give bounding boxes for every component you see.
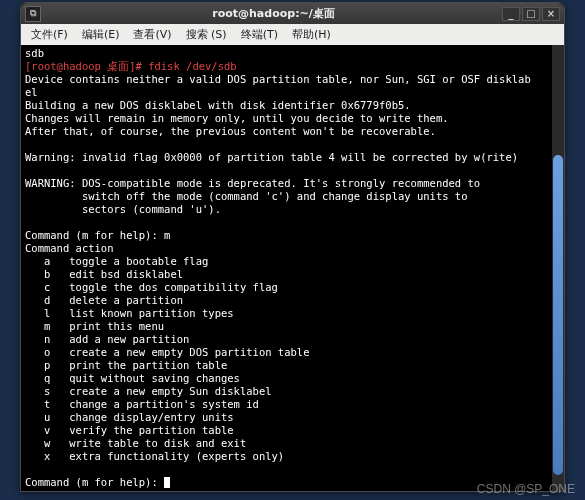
out-line: WARNING: DOS-compatible mode is deprecat… <box>25 177 480 189</box>
close-button[interactable]: × <box>542 7 560 21</box>
out-line: Command action <box>25 242 114 254</box>
minimize-button[interactable]: _ <box>502 7 520 21</box>
out-line: el <box>25 86 38 98</box>
out-line: q quit without saving changes <box>25 372 240 384</box>
out-line: m print this menu <box>25 320 164 332</box>
out-line: d delete a partition <box>25 294 183 306</box>
out-line: Warning: invalid flag 0x0000 of partitio… <box>25 151 518 163</box>
out-line: sdb <box>25 47 44 59</box>
maximize-button[interactable]: □ <box>522 7 540 21</box>
out-line: c toggle the dos compatibility flag <box>25 281 278 293</box>
out-line: a toggle a bootable flag <box>25 255 208 267</box>
scroll-thumb[interactable] <box>553 155 563 475</box>
out-line: Changes will remain in memory only, unti… <box>25 112 449 124</box>
out-line: b edit bsd disklabel <box>25 268 183 280</box>
app-icon: ⧉ <box>25 6 41 22</box>
titlebar: ⧉ root@hadoop:~/桌面 _ □ × <box>21 3 564 24</box>
watermark: CSDN @SP_ONE <box>477 482 575 496</box>
out-line: x extra functionality (experts only) <box>25 450 284 462</box>
menu-help[interactable]: 帮助(H) <box>286 25 337 44</box>
out-line: sectors (command 'u'). <box>25 203 221 215</box>
menu-file[interactable]: 文件(F) <box>25 25 74 44</box>
menu-terminal[interactable]: 终端(T) <box>235 25 284 44</box>
out-line: switch off the mode (command 'c') and ch… <box>25 190 468 202</box>
menu-edit[interactable]: 编辑(E) <box>76 25 126 44</box>
out-line: [root@hadoop 桌面]# fdisk /dev/sdb <box>25 60 237 72</box>
prompt: Command (m for help): <box>25 476 164 488</box>
window-title: root@hadoop:~/桌面 <box>47 6 500 21</box>
out-line: After that, of course, the previous cont… <box>25 125 436 137</box>
out-line: Building a new DOS disklabel with disk i… <box>25 99 411 111</box>
terminal-output[interactable]: sdb [root@hadoop 桌面]# fdisk /dev/sdb Dev… <box>21 45 552 491</box>
out-line: Command (m for help): m <box>25 229 170 241</box>
out-line: o create a new empty DOS partition table <box>25 346 309 358</box>
out-line: t change a partition's system id <box>25 398 259 410</box>
cursor <box>164 477 170 488</box>
out-line: n add a new partition <box>25 333 189 345</box>
menubar: 文件(F) 编辑(E) 查看(V) 搜索 (S) 终端(T) 帮助(H) <box>21 24 564 45</box>
scrollbar[interactable] <box>552 45 564 491</box>
out-line: w write table to disk and exit <box>25 437 246 449</box>
menu-view[interactable]: 查看(V) <box>127 25 177 44</box>
terminal-area-wrap: sdb [root@hadoop 桌面]# fdisk /dev/sdb Dev… <box>21 45 564 491</box>
out-line: v verify the partition table <box>25 424 234 436</box>
out-line: l list known partition types <box>25 307 234 319</box>
menu-search[interactable]: 搜索 (S) <box>180 25 233 44</box>
out-line: s create a new empty Sun disklabel <box>25 385 272 397</box>
out-line: u change display/entry units <box>25 411 234 423</box>
out-line: p print the partition table <box>25 359 227 371</box>
terminal-window: ⧉ root@hadoop:~/桌面 _ □ × 文件(F) 编辑(E) 查看(… <box>20 2 565 492</box>
out-line: Device contains neither a valid DOS part… <box>25 73 531 85</box>
